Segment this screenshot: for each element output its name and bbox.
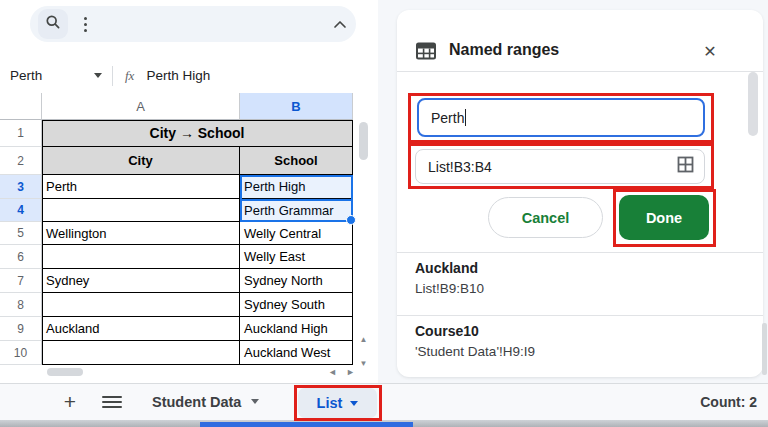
divider xyxy=(397,252,763,253)
kebab-icon xyxy=(84,17,87,32)
panel-title: Named ranges xyxy=(449,41,559,59)
text-cursor xyxy=(465,109,466,126)
sheet-grid: A B 1 City → School 2 City School 3 Pert… xyxy=(0,93,353,365)
app-window: Perth fx Perth High A B 1 City → School … xyxy=(0,0,768,427)
window-scrollbar-thumb[interactable] xyxy=(762,323,767,375)
close-panel-button[interactable]: ✕ xyxy=(697,38,723,64)
named-range-name: Course10 xyxy=(415,323,535,339)
collapse-toolbar-button[interactable] xyxy=(330,13,350,35)
cell-b3[interactable]: Perth High xyxy=(240,175,353,199)
name-box-caret-icon xyxy=(94,73,102,78)
range-name-value: Perth xyxy=(431,110,464,126)
horizontal-scrollbar[interactable]: ◄ ► xyxy=(42,366,353,379)
cell-a7[interactable]: Sydney xyxy=(42,269,240,293)
row-header[interactable]: 4 xyxy=(0,199,42,222)
cell-a8[interactable] xyxy=(42,293,240,317)
named-range-reference: 'Student Data'!H9:I9 xyxy=(415,344,535,359)
divider xyxy=(112,66,113,86)
named-range-reference: List!B9:B10 xyxy=(415,281,484,296)
scroll-left-icon[interactable]: ◄ xyxy=(328,367,337,377)
named-range-name: Auckland xyxy=(415,260,484,276)
range-reference-field[interactable]: List!B3:B4 xyxy=(415,149,705,184)
cell-a2[interactable]: City xyxy=(42,147,240,175)
cell-b10[interactable]: Auckland West xyxy=(240,341,353,365)
name-box[interactable]: Perth xyxy=(0,68,112,83)
divider xyxy=(397,71,763,72)
panel-scrollbar-thumb[interactable] xyxy=(748,72,758,136)
named-ranges-panel: Named ranges ✕ Perth List!B3:B4 Cancel D… xyxy=(397,10,763,377)
cell-b8[interactable]: Sydney South xyxy=(240,293,353,317)
row-header[interactable]: 2 xyxy=(0,147,42,175)
range-reference-value: List!B3:B4 xyxy=(428,159,677,175)
cell-b5[interactable]: Welly Central xyxy=(240,222,353,245)
cell-b9[interactable]: Auckland High xyxy=(240,317,353,341)
vertical-scrollbar[interactable]: ▲ ▼ xyxy=(356,93,371,378)
cell-a6[interactable] xyxy=(42,245,240,269)
horizontal-scrollbar-thumb[interactable] xyxy=(47,368,83,376)
named-range-item[interactable]: Course10 'Student Data'!H9:I9 xyxy=(415,323,535,359)
cell-a4[interactable] xyxy=(42,199,240,222)
scroll-right-icon[interactable]: ► xyxy=(346,367,355,377)
row-header[interactable]: 3 xyxy=(0,175,42,199)
table-border xyxy=(42,120,353,121)
cell-a9[interactable]: Auckland xyxy=(42,317,240,341)
column-header-a[interactable]: A xyxy=(42,93,240,120)
scroll-down-icon[interactable]: ▼ xyxy=(356,356,371,370)
cell-a10[interactable] xyxy=(42,341,240,365)
name-box-value: Perth xyxy=(10,68,42,83)
vertical-scrollbar-thumb[interactable] xyxy=(359,122,368,160)
column-header-b[interactable]: B xyxy=(240,93,353,120)
formula-input[interactable]: Perth High xyxy=(146,68,210,83)
cell-b7[interactable]: Sydney North xyxy=(240,269,353,293)
more-options-button[interactable] xyxy=(76,9,94,39)
cell-a5[interactable]: Wellington xyxy=(42,222,240,245)
cell-b2[interactable]: School xyxy=(240,147,353,175)
cell-a1-merged[interactable]: City → School xyxy=(42,120,353,147)
fx-icon: fx xyxy=(125,68,134,84)
table-grid-icon xyxy=(415,40,437,62)
formula-bar: Perth fx Perth High xyxy=(0,58,378,93)
done-button[interactable]: Done xyxy=(619,195,709,240)
close-icon: ✕ xyxy=(703,42,716,61)
row-header[interactable]: 5 xyxy=(0,222,42,245)
range-name-input[interactable]: Perth xyxy=(417,98,705,137)
row-header[interactable]: 6 xyxy=(0,245,42,269)
select-all-corner[interactable] xyxy=(0,93,42,120)
table-border xyxy=(42,120,43,365)
cancel-button[interactable]: Cancel xyxy=(488,197,603,238)
search-button[interactable] xyxy=(38,9,68,39)
row-header[interactable]: 1 xyxy=(0,120,42,147)
search-icon xyxy=(45,14,61,34)
row-header[interactable]: 7 xyxy=(0,269,42,293)
cell-b6[interactable]: Welly East xyxy=(240,245,353,269)
chevron-up-icon xyxy=(333,15,347,33)
grid-select-icon[interactable] xyxy=(677,156,694,177)
scroll-up-icon[interactable]: ▲ xyxy=(356,332,371,346)
row-header[interactable]: 9 xyxy=(0,317,42,341)
cell-b4[interactable]: Perth Grammar xyxy=(240,199,353,222)
count-summary[interactable]: Count: 2 xyxy=(0,383,757,420)
window-bottom-accent xyxy=(200,422,413,427)
row-header[interactable]: 10 xyxy=(0,341,42,365)
divider xyxy=(397,315,763,316)
row-header[interactable]: 8 xyxy=(0,293,42,317)
named-range-item[interactable]: Auckland List!B9:B10 xyxy=(415,260,484,296)
cell-a3[interactable]: Perth xyxy=(42,175,240,199)
